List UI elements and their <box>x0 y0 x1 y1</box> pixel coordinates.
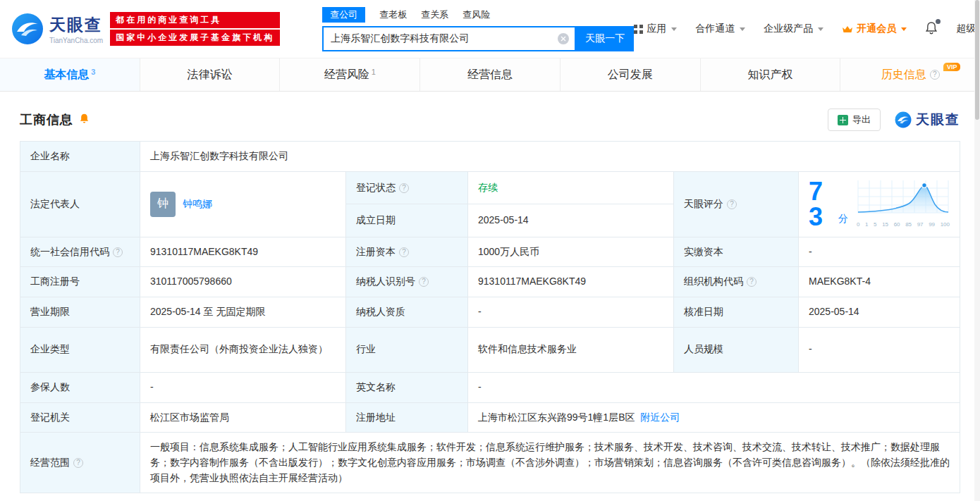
score-chart: 01 515 6085 9799 100 <box>857 179 950 230</box>
org-code-value: MAEKG8KT-4 <box>799 267 960 297</box>
insured-count-value: - <box>140 372 346 402</box>
tab-operation-info[interactable]: 经营信息 <box>420 58 561 91</box>
establish-date-value: 2025-05-14 <box>468 204 674 237</box>
brand-name: 天眼查 <box>916 111 960 129</box>
score-value: 73 <box>809 179 835 230</box>
reg-number-value: 310117005798660 <box>140 267 346 297</box>
help-icon[interactable] <box>73 458 83 468</box>
nearby-companies-link[interactable]: 附近公司 <box>640 412 680 423</box>
taxpayer-id-value: 91310117MAEKG8KT49 <box>468 267 674 297</box>
nav-item-enterprise[interactable]: 企业级产品 <box>764 23 823 35</box>
search-tabs: 查公司 查老板 查关系 查风险 <box>322 7 634 23</box>
business-term-label: 营业期限 <box>20 297 140 328</box>
approval-date-value: 2025-05-14 <box>799 297 960 328</box>
table-row: 经营范围 一般项目：信息系统集成服务；人工智能行业应用系统集成服务；软件开发；信… <box>20 433 960 493</box>
clear-search-icon[interactable] <box>558 33 569 44</box>
top-nav: 应用 合作通道 企业级产品 开通会员 <box>634 21 980 37</box>
legal-rep-label: 法定代表人 <box>20 171 140 237</box>
help-icon[interactable] <box>419 277 429 287</box>
score-cell: 73 分 <box>799 171 960 237</box>
crown-icon <box>842 25 853 34</box>
nav-enterprise-label: 企业级产品 <box>764 23 813 35</box>
tab-company-development[interactable]: 公司发展 <box>561 58 701 91</box>
tab-count: 1 <box>372 68 376 76</box>
slogan-banner: 都在用的商业查询工具 国家中小企业发展子基金旗下机构 <box>110 11 280 47</box>
company-name-value: 上海乐智汇创数字科技有限公司 <box>140 142 960 172</box>
help-icon <box>930 70 940 80</box>
reg-capital-label: 注册资本 <box>346 237 468 267</box>
subscribe-bell-icon[interactable] <box>79 113 90 127</box>
tianyancha-company-page: 天眼查 TianYanCha.com 都在用的商业查询工具 国家中小企业发展子基… <box>0 0 980 501</box>
chevron-down-icon <box>901 27 907 31</box>
staff-size-label: 人员规模 <box>674 327 799 372</box>
logo-subtitle: TianYanCha.com <box>49 37 103 44</box>
search-tab-company[interactable]: 查公司 <box>322 7 365 23</box>
score-marker-dot <box>922 183 927 187</box>
legal-rep-avatar[interactable]: 钟 <box>150 192 176 217</box>
help-icon[interactable] <box>399 183 409 193</box>
taxpayer-quality-label: 纳税人资质 <box>346 297 468 328</box>
vip-badge: VIP <box>943 63 961 71</box>
table-row: 参保人数 - 英文名称 - <box>20 372 960 402</box>
english-name-value: - <box>468 372 960 402</box>
nav-item-partner[interactable]: 合作通道 <box>695 23 745 35</box>
nav-vip-label: 开通会员 <box>857 23 896 35</box>
search-tab-relation[interactable]: 查关系 <box>421 8 448 21</box>
nav-item-open-vip[interactable]: 开通会员 <box>842 23 907 35</box>
paid-capital-label: 实缴资本 <box>674 237 799 267</box>
chevron-down-icon <box>818 27 823 31</box>
help-icon[interactable] <box>727 199 737 209</box>
approval-date-label: 核准日期 <box>674 297 799 328</box>
tab-intellectual-property[interactable]: 知识产权 <box>701 58 841 91</box>
company-type-label: 企业类型 <box>20 327 140 372</box>
search-input[interactable] <box>324 33 575 44</box>
tab-legal-proceedings[interactable]: 法律诉讼 <box>140 58 281 91</box>
industry-value: 软件和信息技术服务业 <box>468 327 674 372</box>
legal-rep-cell: 钟 钟鸣娜 <box>140 171 346 237</box>
table-row: 统一社会信用代码 91310117MAEKG8KT49 注册资本 1000万人民… <box>20 237 960 267</box>
org-code-label: 组织机构代码 <box>674 267 799 297</box>
tab-basic-info[interactable]: 基本信息3 <box>0 58 140 91</box>
section-title: 工商信息 <box>20 111 73 128</box>
reg-status-value: 存续 <box>468 171 674 204</box>
app-grid-icon <box>634 25 643 34</box>
search-tab-risk[interactable]: 查风险 <box>463 8 490 21</box>
help-icon[interactable] <box>747 277 757 287</box>
credit-code-value: 91310117MAEKG8KT49 <box>140 237 346 267</box>
company-name-label: 企业名称 <box>20 142 140 172</box>
score-chart-axis: 01 515 6085 9799 100 <box>857 221 950 229</box>
search-button[interactable]: 天眼一下 <box>576 26 634 51</box>
export-button[interactable]: 导出 <box>828 109 881 131</box>
business-term-value: 2025-05-14 至 无固定期限 <box>140 297 346 328</box>
chevron-down-icon <box>671 27 677 31</box>
help-icon[interactable] <box>113 247 123 257</box>
legal-rep-link[interactable]: 钟鸣娜 <box>183 197 212 212</box>
table-row: 法定代表人 钟 钟鸣娜 登记状态 存续 天眼评分 73 <box>20 171 960 204</box>
nav-apps-label: 应用 <box>647 23 666 35</box>
taxpayer-id-label: 纳税人识别号 <box>346 267 468 297</box>
search-tab-boss[interactable]: 查老板 <box>379 8 407 21</box>
insured-count-label: 参保人数 <box>20 372 140 402</box>
notification-bell-icon[interactable] <box>925 21 938 37</box>
scrollbar-thumb[interactable] <box>975 0 979 120</box>
table-row: 企业类型 有限责任公司（外商投资企业法人独资） 行业 软件和信息技术服务业 人员… <box>20 327 960 372</box>
tianyancha-logo-icon <box>11 13 44 45</box>
nav-item-apps[interactable]: 应用 <box>634 23 677 35</box>
table-row: 工商注册号 310117005798660 纳税人识别号 91310117MAE… <box>20 267 960 297</box>
nav-partner-label: 合作通道 <box>695 23 735 35</box>
tianyancha-logo[interactable]: 天眼查 TianYanCha.com <box>11 13 103 45</box>
reg-number-label: 工商注册号 <box>20 267 140 297</box>
company-section-tabs: 基本信息3 法律诉讼 经营风险1 经营信息 公司发展 知识产权 历史信息 VIP <box>0 58 980 92</box>
business-info-table: 企业名称 上海乐智汇创数字科技有限公司 法定代表人 钟 钟鸣娜 登记状态 存续 … <box>20 141 960 493</box>
taxpayer-quality-value: - <box>468 297 674 328</box>
scrollbar[interactable] <box>974 0 980 501</box>
tab-history-info[interactable]: 历史信息 VIP <box>840 58 980 91</box>
slogan-line-2: 国家中小企业发展子基金旗下机构 <box>110 30 280 46</box>
tab-operation-risk[interactable]: 经营风险1 <box>280 58 420 91</box>
help-icon[interactable] <box>399 247 409 257</box>
score-label: 天眼评分 <box>674 171 799 237</box>
reg-capital-value: 1000万人民币 <box>468 237 674 267</box>
slogan-line-1: 都在用的商业查询工具 <box>110 12 280 28</box>
business-scope-value: 一般项目：信息系统集成服务；人工智能行业应用系统集成服务；软件开发；信息系统运行… <box>140 433 960 493</box>
table-row: 企业名称 上海乐智汇创数字科技有限公司 <box>20 142 960 172</box>
